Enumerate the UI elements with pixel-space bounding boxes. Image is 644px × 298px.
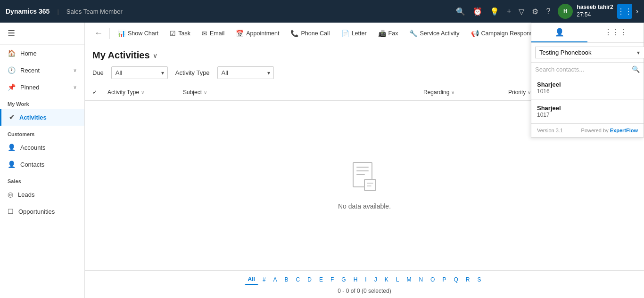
layout: ☰ 🏠 Home 🕐 Recent ∨ 📌 Pinned ∨ My Work ✔… xyxy=(0,0,644,298)
help-icon[interactable]: ? xyxy=(546,7,550,16)
sidebar-label-activities: Activities xyxy=(19,114,47,121)
sidebar-label-opportunities: Opportunities xyxy=(18,208,55,215)
alpha-f[interactable]: F xyxy=(327,275,337,284)
page-title: My Activities xyxy=(92,50,150,61)
appointment-icon: 📅 xyxy=(236,30,244,37)
task-label: Task xyxy=(178,30,190,37)
task-button[interactable]: ☑ Task xyxy=(165,27,195,40)
timer-icon[interactable]: ⏰ xyxy=(473,7,482,16)
sidebar: ☰ 🏠 Home 🕐 Recent ∨ 📌 Pinned ∨ My Work ✔… xyxy=(0,23,85,298)
alpha-a[interactable]: A xyxy=(270,275,281,284)
col-activity-type[interactable]: Activity Type ∨ xyxy=(104,87,179,97)
alpha-b[interactable]: B xyxy=(281,275,292,284)
alpha-hash[interactable]: # xyxy=(259,275,269,284)
sidebar-item-accounts[interactable]: 👤 Accounts xyxy=(0,139,84,156)
contacts-icon: 👤 xyxy=(8,161,16,168)
contact-number-1: 1017 xyxy=(537,112,638,118)
alpha-k[interactable]: K xyxy=(381,275,392,284)
bottom-bar: All # A B C D E F G H I J K L M N O P Q … xyxy=(85,270,644,298)
grid-tab[interactable]: ⋮⋮⋮ xyxy=(587,23,644,42)
col-subject[interactable]: Subject ∨ xyxy=(179,87,420,97)
alpha-p[interactable]: P xyxy=(439,275,449,284)
contact-item-1[interactable]: Sharjeel 1017 xyxy=(531,100,644,123)
alpha-m[interactable]: M xyxy=(403,275,414,284)
email-button[interactable]: ✉ Email xyxy=(197,27,229,40)
regarding-col-label: Regarding xyxy=(423,89,449,96)
col-regarding[interactable]: Regarding ∨ xyxy=(420,87,504,97)
search-box: 🔍 xyxy=(531,63,644,76)
select-all-checkbox[interactable]: ✓ xyxy=(92,89,104,96)
phonebook-panel: 👤 ⋮⋮⋮ Testing Phonebook ▾ 🔍 Sharjeel 101… xyxy=(531,23,644,137)
sidebar-item-home[interactable]: 🏠 Home xyxy=(0,45,84,62)
email-label: Email xyxy=(210,30,224,37)
phone-call-button[interactable]: 📞 Phone Call xyxy=(286,27,334,40)
brand-logo: Dynamics 365 xyxy=(6,8,50,15)
alpha-all[interactable]: All xyxy=(245,274,258,285)
sidebar-label-recent: Recent xyxy=(20,67,40,74)
service-activity-button[interactable]: 🔧 Service Activity xyxy=(405,27,464,40)
phonebook-select[interactable]: Testing Phonebook xyxy=(535,47,644,58)
chart-icon: 📊 xyxy=(117,30,125,37)
app-name: Sales Team Member xyxy=(66,8,123,15)
svg-rect-1 xyxy=(364,179,376,191)
show-chart-button[interactable]: 📊 Show Chart xyxy=(113,27,163,40)
alpha-q[interactable]: Q xyxy=(450,275,461,284)
contacts-tab[interactable]: 👤 xyxy=(531,23,587,42)
alpha-j[interactable]: J xyxy=(371,275,380,284)
sidebar-label-accounts: Accounts xyxy=(20,144,45,151)
alpha-i[interactable]: I xyxy=(362,275,370,284)
priority-col-label: Priority xyxy=(508,89,526,96)
separator: | xyxy=(57,8,58,15)
alpha-s[interactable]: S xyxy=(474,275,484,284)
alpha-n[interactable]: N xyxy=(415,275,426,284)
main-content: ← 📊 Show Chart ☑ Task ✉ Email 📅 Appointm… xyxy=(85,23,644,298)
alpha-c[interactable]: C xyxy=(293,275,304,284)
search-icon[interactable]: 🔍 xyxy=(456,7,465,16)
service-icon: 🔧 xyxy=(409,30,417,37)
back-button[interactable]: ← xyxy=(91,26,107,40)
due-select[interactable]: All Today Tomorrow This Week Next Week O… xyxy=(111,66,168,79)
contact-number-0: 1016 xyxy=(537,88,638,95)
sidebar-item-leads[interactable]: ◎ Leads xyxy=(0,186,84,203)
appointment-button[interactable]: 📅 Appointment xyxy=(231,27,284,40)
email-icon: ✉ xyxy=(202,30,207,37)
hamburger-menu[interactable]: ☰ xyxy=(0,23,84,45)
phonebook-selector: Testing Phonebook ▾ xyxy=(531,43,644,63)
search-input[interactable] xyxy=(535,66,629,73)
no-data-text: No data available. xyxy=(338,202,391,210)
alpha-r[interactable]: R xyxy=(462,275,473,284)
alpha-l[interactable]: L xyxy=(393,275,403,284)
no-data-icon xyxy=(351,161,378,197)
user-name: haseeb tahir2 xyxy=(577,4,613,11)
settings-icon[interactable]: ⚙ xyxy=(532,7,538,16)
avatar[interactable]: H xyxy=(558,4,573,19)
sidebar-item-contacts[interactable]: 👤 Contacts xyxy=(0,156,84,173)
letter-button[interactable]: 📄 Letter xyxy=(337,27,372,40)
page-title-chevron[interactable]: ∨ xyxy=(153,52,157,59)
alpha-d[interactable]: D xyxy=(304,275,315,284)
alpha-e[interactable]: E xyxy=(316,275,326,284)
filter-icon[interactable]: ▽ xyxy=(519,7,524,16)
campaign-response-button[interactable]: 📢 Campaign Response xyxy=(466,27,541,40)
activity-type-select[interactable]: All Task Email Phone Call Appointment xyxy=(217,66,274,79)
expand-right-icon[interactable]: › xyxy=(636,7,638,16)
campaign-response-label: Campaign Response xyxy=(481,30,537,37)
letter-label: Letter xyxy=(352,30,367,37)
letter-icon: 📄 xyxy=(341,30,349,37)
apps-grid-icon[interactable]: ⋮⋮ xyxy=(617,4,632,19)
sidebar-item-pinned[interactable]: 📌 Pinned ∨ xyxy=(0,79,84,96)
user-info: haseeb tahir2 27:54 xyxy=(577,4,613,18)
bulb-icon[interactable]: 💡 xyxy=(490,7,499,16)
fax-button[interactable]: 📠 Fax xyxy=(373,27,403,40)
alpha-g[interactable]: G xyxy=(338,275,349,284)
alpha-h[interactable]: H xyxy=(350,275,361,284)
activity-type-select-wrapper: All Task Email Phone Call Appointment xyxy=(217,66,274,79)
sidebar-item-activities[interactable]: ✔ Activities xyxy=(0,109,84,126)
contact-item-0[interactable]: Sharjeel 1016 xyxy=(531,76,644,100)
sidebar-item-recent[interactable]: 🕐 Recent ∨ xyxy=(0,62,84,79)
user-block: H haseeb tahir2 27:54 ⋮⋮ › xyxy=(558,4,638,19)
activity-type-col-label: Activity Type xyxy=(107,89,139,96)
sidebar-item-opportunities[interactable]: ☐ Opportunities xyxy=(0,203,84,220)
add-icon[interactable]: + xyxy=(507,7,511,16)
alpha-o[interactable]: O xyxy=(427,275,438,284)
